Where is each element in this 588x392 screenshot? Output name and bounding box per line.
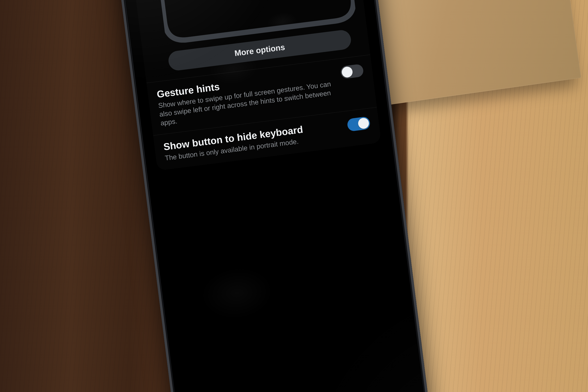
- desk-scene: Full screen gestures More options: [0, 0, 588, 392]
- settings-card: Full screen gestures More options: [128, 0, 381, 171]
- hide-keyboard-toggle[interactable]: [347, 116, 371, 132]
- phone-device: Full screen gestures More options: [114, 0, 431, 392]
- navigation-bar-settings-page: Full screen gestures More options: [118, 0, 426, 392]
- screen-empty-area: [155, 142, 417, 392]
- phone-screen: Full screen gestures More options: [118, 0, 426, 392]
- toggle-knob-icon: [341, 66, 353, 78]
- toggle-knob-icon: [358, 117, 370, 129]
- gesture-hints-toggle[interactable]: [340, 64, 364, 79]
- more-options-label: More options: [234, 42, 286, 58]
